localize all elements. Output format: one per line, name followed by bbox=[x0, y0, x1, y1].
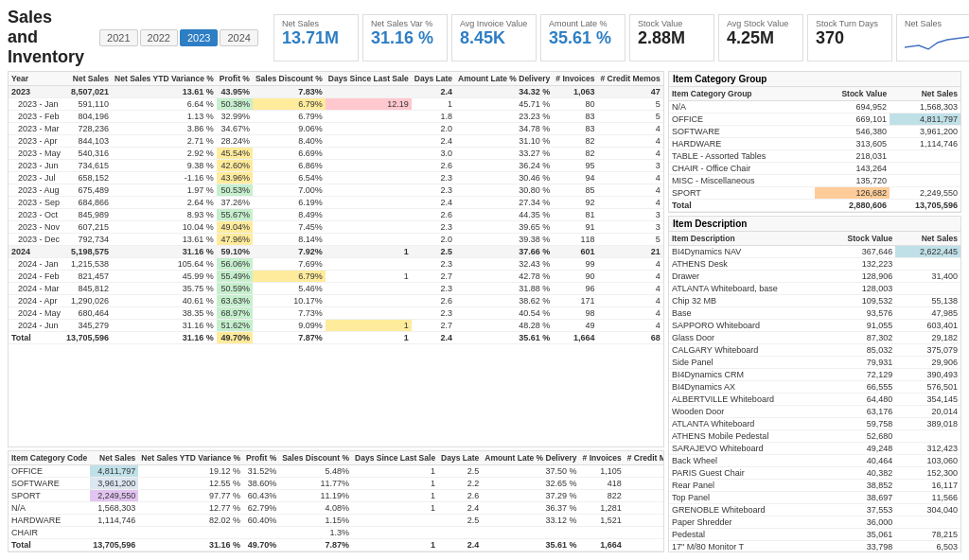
cell-desc-sales: 576,501 bbox=[895, 381, 960, 394]
cell-invoices: 91 bbox=[553, 221, 597, 234]
cell-desc-sales: 304,040 bbox=[895, 504, 960, 516]
col-cat-amt-late[interactable]: Amount Late % Delivery bbox=[482, 451, 579, 465]
year-tab-2022[interactable]: 2022 bbox=[140, 29, 178, 46]
cell-desc: BI4Dynamics AX bbox=[669, 381, 827, 394]
cell-year: 2024 - Jun bbox=[9, 320, 63, 332]
kpi-stock-value: Stock Value 2.88M bbox=[629, 14, 714, 61]
cell-days-late: 2.5 bbox=[412, 246, 455, 258]
cell-cat: OFFICE bbox=[9, 465, 90, 478]
cell-qty: 6,785 bbox=[663, 197, 664, 209]
cell-group: HARDWARE bbox=[669, 138, 815, 150]
cell-net-sales: 1,290,026 bbox=[63, 295, 112, 307]
cell-year: 2023 - Sep bbox=[9, 197, 63, 209]
cell-invoices: 601 bbox=[553, 246, 597, 258]
net-sales-spark-label: Net Sales bbox=[905, 19, 969, 28]
cell-net-sales: 13,705,596 bbox=[63, 332, 112, 344]
cell-invoices: 83 bbox=[553, 111, 597, 123]
cell-disc: 7.73% bbox=[253, 307, 326, 320]
cell-cat-disc: 11.77% bbox=[279, 478, 352, 490]
cell-qty: 6,794 bbox=[663, 209, 664, 221]
col-group-sales[interactable]: Net Sales bbox=[890, 87, 960, 101]
col-net-sales[interactable]: Net Sales bbox=[63, 72, 112, 86]
cell-amt-late: 27.34 % bbox=[455, 197, 553, 209]
col-cat-ytd[interactable]: Net Sales YTD Variance % bbox=[138, 451, 243, 465]
col-cat-days-since[interactable]: Days Since Last Sale bbox=[352, 451, 438, 465]
cell-amt-late: 39.38 % bbox=[455, 234, 553, 246]
col-group[interactable]: Item Category Group bbox=[669, 87, 815, 101]
cell-cat-invoices: 1,281 bbox=[580, 502, 625, 515]
cell-disc: 6.79% bbox=[253, 111, 326, 123]
cell-group-stock: 669,101 bbox=[815, 114, 890, 126]
year-tab-2024[interactable]: 2024 bbox=[220, 29, 257, 46]
cell-cat-amt-late: 32.65 % bbox=[482, 478, 579, 490]
cell-desc: ATHENS Mobile Pedestal bbox=[669, 430, 827, 443]
cell-disc: 8.14% bbox=[253, 234, 326, 246]
cell-net-sales: 591,110 bbox=[63, 98, 112, 111]
col-qty[interactable]: Sales Invoiced Quantity bbox=[663, 72, 664, 86]
cell-desc-stock: 37,553 bbox=[827, 504, 895, 516]
cell-desc-stock: 59,758 bbox=[827, 418, 895, 430]
col-days-late[interactable]: Days Late bbox=[412, 72, 455, 86]
col-cat-sales[interactable]: Net Sales bbox=[90, 451, 138, 465]
cell-group-sales: 1,114,746 bbox=[890, 138, 960, 150]
cell-ytd-var: 1.13 % bbox=[112, 111, 217, 123]
col-desc-stock[interactable]: Stock Value bbox=[827, 232, 895, 246]
cell-cat-profit: 31.52% bbox=[243, 465, 279, 478]
cell-ytd-var: 8.93 % bbox=[112, 209, 217, 221]
year-tab-2023[interactable]: 2023 bbox=[180, 29, 218, 46]
category-data-table: Item Category Code Net Sales Net Sales Y… bbox=[9, 451, 664, 551]
col-cat-days-late[interactable]: Days Late bbox=[438, 451, 482, 465]
cell-cat-days-since: 1 bbox=[352, 465, 438, 478]
col-desc-sales[interactable]: Net Sales bbox=[895, 232, 960, 246]
cell-ytd-var: 9.38 % bbox=[112, 160, 217, 172]
cell-days-late: 2.3 bbox=[412, 172, 455, 184]
cell-amt-late: 37.66 % bbox=[455, 246, 553, 258]
cell-credit: 3 bbox=[597, 221, 662, 234]
cell-desc-sales: 29,906 bbox=[895, 357, 960, 369]
cell-credit: 4 bbox=[597, 135, 662, 148]
cell-net-sales: 607,215 bbox=[63, 221, 112, 234]
col-cat[interactable]: Item Category Code bbox=[9, 451, 90, 465]
cell-cat-days-late: 2.6 bbox=[438, 490, 482, 502]
cell-desc-stock: 33,798 bbox=[827, 541, 895, 553]
cell-desc: Back Wheel bbox=[669, 455, 827, 467]
col-amt-late[interactable]: Amount Late % Delivery bbox=[455, 72, 553, 86]
cell-cat-credit: 22 bbox=[625, 490, 664, 502]
col-desc[interactable]: Item Description bbox=[669, 232, 827, 246]
cell-desc-stock: 93,576 bbox=[827, 307, 895, 320]
cell-year: Total bbox=[9, 332, 63, 344]
cell-net-sales: 1,215,538 bbox=[63, 258, 112, 271]
cell-group-sales: 4,811,797 bbox=[890, 114, 960, 126]
col-disc[interactable]: Sales Discount % bbox=[253, 72, 326, 86]
cell-group-sales: 2,249,550 bbox=[890, 187, 960, 200]
right-top-title: Item Category Group bbox=[669, 72, 960, 87]
col-invoices[interactable]: # Invoices bbox=[553, 72, 597, 86]
cell-desc-sales: 312,423 bbox=[895, 443, 960, 455]
col-cat-invoices[interactable]: # Invoices bbox=[580, 451, 625, 465]
cell-disc: 7.69% bbox=[253, 258, 326, 271]
year-tab-2021[interactable]: 2021 bbox=[99, 29, 137, 46]
col-group-stock[interactable]: Stock Value bbox=[815, 87, 890, 101]
cell-days-since: 1 bbox=[326, 332, 412, 344]
cell-days-late: 2.7 bbox=[412, 271, 455, 283]
cell-amt-late: 23.23 % bbox=[455, 111, 553, 123]
cell-profit: 55.67% bbox=[217, 209, 253, 221]
col-cat-disc[interactable]: Sales Discount % bbox=[279, 451, 352, 465]
col-year[interactable]: Year bbox=[9, 72, 63, 86]
cell-desc: Top Panel bbox=[669, 492, 827, 504]
cell-desc-sales: 29,182 bbox=[895, 332, 960, 344]
cell-cat-disc: 11.19% bbox=[279, 490, 352, 502]
col-days-since[interactable]: Days Since Last Sale bbox=[326, 72, 412, 86]
col-cat-profit[interactable]: Profit % bbox=[243, 451, 279, 465]
cell-credit: 4 bbox=[597, 283, 662, 295]
cell-days-since bbox=[326, 123, 412, 135]
cell-group-stock: 218,031 bbox=[815, 150, 890, 163]
cell-profit: 47.96% bbox=[217, 234, 253, 246]
col-ytd-var[interactable]: Net Sales YTD Variance % bbox=[112, 72, 217, 86]
col-credit[interactable]: # Credit Memos bbox=[597, 72, 662, 86]
col-cat-credit[interactable]: # Credit Memos bbox=[625, 451, 664, 465]
cell-profit: 51.62% bbox=[217, 320, 253, 332]
col-profit[interactable]: Profit % bbox=[217, 72, 253, 86]
cell-desc-stock: 85,032 bbox=[827, 344, 895, 357]
cell-ytd-var: 105.64 % bbox=[112, 258, 217, 271]
